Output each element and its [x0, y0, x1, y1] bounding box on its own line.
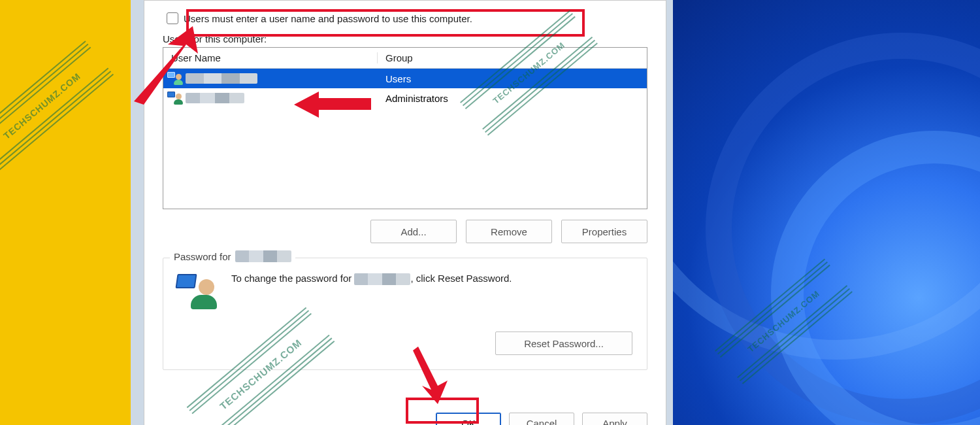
- pw-text-after: , click Reset Password.: [410, 273, 512, 284]
- list-buttons: Add... Remove Properties: [163, 220, 647, 243]
- group-title-prefix: Password for: [174, 251, 231, 262]
- table-row[interactable]: Users: [163, 69, 647, 88]
- group-cell: Users: [378, 73, 647, 84]
- checkbox-icon[interactable]: [167, 12, 178, 24]
- password-groupbox: Password for To change the password for …: [163, 258, 647, 370]
- username-redacted: [186, 93, 244, 103]
- page-bg-left: [0, 0, 131, 425]
- add-button[interactable]: Add...: [370, 220, 457, 243]
- cancel-button[interactable]: Cancel: [509, 413, 574, 425]
- password-instruction: To change the password for , click Reset…: [231, 273, 632, 285]
- remove-button[interactable]: Remove: [466, 220, 552, 243]
- column-header-group[interactable]: Group: [378, 52, 647, 63]
- groupbox-title: Password for: [170, 250, 295, 262]
- username-redacted: [186, 73, 257, 84]
- user-icon: [167, 92, 182, 105]
- column-header-username[interactable]: User Name: [163, 52, 378, 63]
- user-accounts-dialog: Users must enter a user name and passwor…: [144, 0, 666, 425]
- require-login-label: Users must enter a user name and passwor…: [184, 13, 472, 24]
- reset-password-button[interactable]: Reset Password...: [495, 332, 632, 355]
- username-redacted: [354, 273, 410, 285]
- users-list-label: Users for this computer:: [163, 33, 647, 44]
- username-redacted: [235, 250, 291, 262]
- properties-button[interactable]: Properties: [561, 220, 647, 243]
- table-row[interactable]: Administrators: [163, 88, 647, 108]
- users-listview[interactable]: User Name Group Users Administrators: [163, 47, 647, 209]
- require-login-checkbox-row[interactable]: Users must enter a user name and passwor…: [167, 12, 647, 24]
- dialog-buttons: OK Cancel Apply: [144, 413, 666, 425]
- list-header: User Name Group: [163, 48, 647, 69]
- apply-button[interactable]: Apply: [582, 413, 647, 425]
- pw-text-before: To change the password for: [231, 273, 351, 284]
- user-large-icon: [178, 273, 214, 309]
- desktop-wallpaper: [673, 0, 980, 425]
- user-icon: [167, 72, 182, 85]
- group-cell: Administrators: [378, 93, 647, 104]
- ok-button[interactable]: OK: [436, 413, 501, 425]
